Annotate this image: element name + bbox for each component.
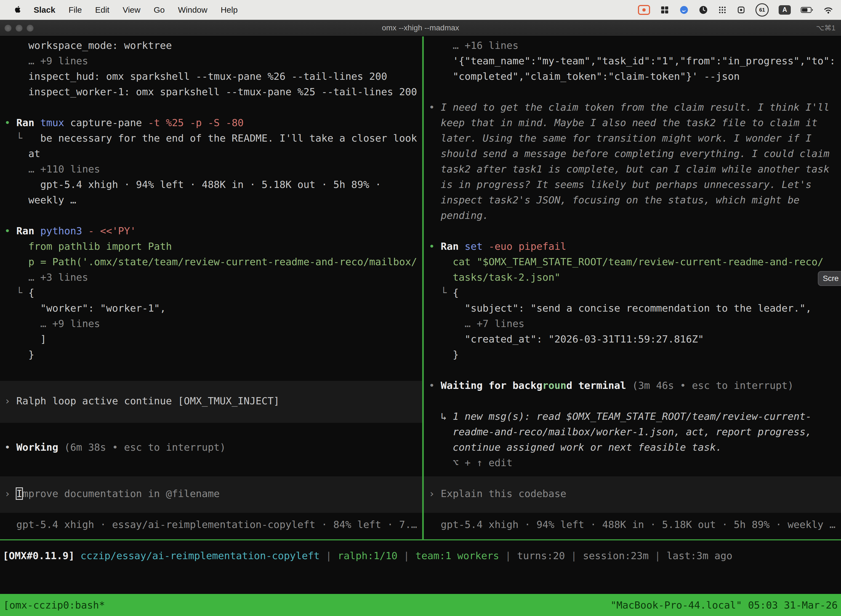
blue-app-icon[interactable] (679, 3, 689, 16)
window-shortcut-hint: ⌥⌘1 (816, 20, 835, 36)
terminal-pane-left[interactable]: workspace_mode: worktree … +9 lines insp… (0, 37, 422, 539)
text-segment: ralph:1/10 (338, 550, 398, 561)
text-segment: d terminal (567, 380, 632, 391)
terminal-line: task2 after task1 is complete, but can I… (429, 161, 829, 177)
apple-logo-icon (13, 5, 22, 15)
text-segment: '{"team_name":"my-team","task_id":"1","f… (429, 55, 835, 66)
text-segment (75, 550, 81, 561)
text-segment: task2 after task1 is complete, but can I… (429, 163, 829, 175)
terminal-line: … +110 lines (4, 161, 100, 177)
text-segment: turns:20 (517, 550, 565, 561)
text-segment: … +110 lines (4, 163, 100, 175)
text-segment: gpt-5.4 xhigh · 94% left · 488K in · 5.1… (4, 179, 381, 190)
text-segment: › (4, 395, 16, 406)
text-segment: • (4, 225, 16, 236)
terminal-line: "subject": "send a concise recommendatio… (429, 301, 812, 316)
terminal-line: should send a message before completing … (429, 146, 829, 161)
apple-menu[interactable] (8, 5, 27, 15)
text-segment: • (4, 117, 16, 128)
terminal-line: • I need to get the claim token from the… (429, 100, 829, 115)
zoom-button[interactable] (26, 25, 34, 32)
text-segment: -t %25 -p -S -80 (148, 117, 244, 128)
grid-app-icon[interactable] (660, 3, 670, 16)
unknown-app-icon[interactable] (737, 3, 746, 16)
window-title-bar[interactable]: omx --xhigh --madmax ⌥⌘1 (0, 20, 841, 37)
terminal-pane-right[interactable]: … +16 lines '{"team_name":"my-team","tas… (424, 37, 841, 539)
dots-grid-icon[interactable] (718, 3, 727, 16)
terminal-line: └ be necessary for the end of the README… (4, 131, 417, 146)
terminal-line: • Ran python3 - <<'PY' (4, 223, 136, 239)
menu-edit[interactable]: Edit (89, 5, 116, 15)
terminal-line: • Working (6m 38s • esc to interrupt) (4, 440, 226, 455)
menu-view[interactable]: View (116, 5, 147, 15)
wifi-icon[interactable] (823, 3, 833, 16)
terminal: workspace_mode: worktree … +9 lines insp… (0, 37, 841, 594)
terminal-line: '{"team_name":"my-team","task_id":"1","f… (429, 53, 835, 69)
terminal-line: inspect task2's JSON, focusing on the st… (429, 192, 800, 208)
text-segment: (3m 46s • esc to interrupt) (632, 380, 794, 391)
text-segment: • (429, 380, 441, 391)
terminal-line: › Improve documentation in @filename (4, 486, 220, 502)
text-segment: "created_at": "2026-03-31T11:59:27.816Z" (429, 333, 704, 345)
terminal-line: cat "$OMX_TEAM_STATE_ROOT/team/review-cu… (429, 254, 823, 270)
pane-divider-horizontal (0, 539, 841, 540)
macos-menu-bar: Slack File Edit View Go Window Help (0, 0, 841, 20)
text-segment: … +3 lines (4, 271, 88, 283)
text-segment: I need to get the claim token from the c… (441, 101, 829, 113)
minimize-button[interactable] (15, 25, 23, 32)
text-segment: › Explain this codebase (429, 488, 567, 499)
menu-app-name[interactable]: Slack (27, 5, 62, 15)
text-segment: { (28, 287, 35, 298)
text-segment: ↳ 1 new msg(s): read $OMX_TEAM_STATE_ROO… (429, 411, 812, 422)
close-button[interactable] (4, 25, 12, 32)
text-segment: later. Using the same for transition mig… (429, 132, 812, 144)
text-segment: readme-and-reco/mailbox/worker-1.json, a… (429, 426, 812, 437)
terminal-line: weekly … (4, 192, 76, 208)
text-segment: • (429, 241, 441, 252)
screen-recording-indicator-icon[interactable] (638, 3, 650, 16)
terminal-line: ] (4, 331, 46, 347)
text-segment: └ (429, 287, 453, 298)
text-segment: › (4, 488, 16, 499)
input-source-letter: A (779, 5, 791, 15)
text-segment: } (4, 349, 34, 360)
menu-go[interactable]: Go (147, 5, 171, 15)
text-segment: keep that in mind. Maybe I also need the… (429, 117, 818, 128)
text-segment: last:3m ago (667, 550, 732, 561)
menu-help[interactable]: Help (214, 5, 245, 15)
menu-window[interactable]: Window (171, 5, 214, 15)
terminal-line: › Ralph loop active continue [OMX_TMUX_I… (4, 393, 280, 409)
right-pane-lines: … +16 lines '{"team_name":"my-team","tas… (424, 37, 841, 539)
text-segment: weekly … (4, 194, 76, 205)
text-segment: inspect_worker-1: omx sparkshell --tmux-… (4, 86, 417, 97)
battery-percent-badge[interactable]: 61 (756, 3, 769, 16)
terminal-line: p = Path('.omx/state/team/review-current… (4, 254, 417, 270)
menu-file[interactable]: File (62, 5, 88, 15)
terminal-line: at (4, 146, 40, 161)
text-segment: (6m 38s • esc to interrupt) (64, 441, 226, 453)
terminal-line: … +7 lines (429, 316, 525, 331)
text-segment: workspace_mode: worktree (4, 40, 172, 51)
input-source-icon[interactable]: A (779, 3, 791, 16)
window-title: omx --xhigh --madmax (382, 20, 459, 36)
terminal-line: inspect_worker-1: omx sparkshell --tmux-… (4, 84, 417, 100)
menubar-status-icons: 61 A (638, 3, 833, 16)
text-segment: | (398, 550, 416, 561)
terminal-line: • Ran tmux capture-pane -t %25 -p -S -80 (4, 115, 244, 131)
text-segment: … +9 lines (4, 55, 88, 66)
tmux-host-time: "MacBook-Pro-44.local" 05:03 31-Mar-26 (610, 600, 838, 611)
battery-icon[interactable] (801, 3, 813, 16)
text-segment: Ran (441, 241, 464, 252)
screen-overlay-chip[interactable]: Scre (818, 271, 841, 286)
clock-app-icon[interactable] (699, 3, 708, 16)
omx-status-line: [OMX#0.11.9] cczip/essay/ai-reimplementa… (3, 548, 732, 563)
terminal-line: gpt-5.4 xhigh · essay/ai-reimplementatio… (4, 517, 417, 532)
text-segment: } (429, 349, 459, 360)
text-segment: from pathlib import Path (4, 241, 172, 252)
terminal-line: from pathlib import Path (4, 239, 172, 254)
text-segment: cczip/essay/ai-reimplementation-copyleft (81, 550, 320, 561)
text-segment: Ran (16, 117, 40, 128)
text-segment: • (4, 441, 16, 453)
window-controls (4, 25, 34, 32)
tmux-session-window[interactable]: [omx-cczip0:bash* (3, 600, 105, 611)
